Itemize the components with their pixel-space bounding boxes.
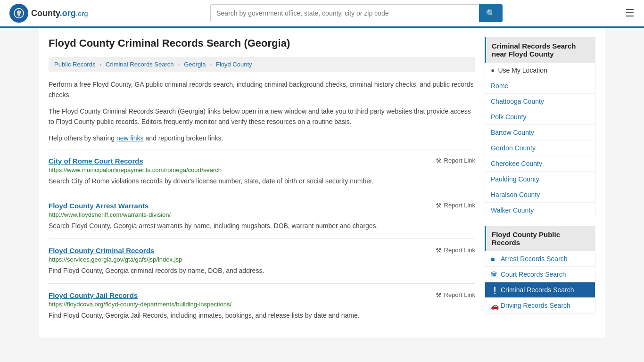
pr-item-2[interactable]: ❕ Criminal Records Search: [485, 282, 595, 298]
nearby-link-4[interactable]: Gordon County: [485, 140, 595, 156]
main-container: Floyd County Criminal Records Search (Ge…: [39, 28, 605, 337]
use-location-item[interactable]: ● Use My Location: [485, 63, 595, 78]
record-header-0: City of Rome Court Records ⚒ Report Link: [49, 157, 475, 165]
nearby-section-title: Criminal Records Search near Floyd Count…: [485, 37, 595, 63]
nearby-item-2[interactable]: Polk County: [485, 109, 595, 125]
desc-para3-prefix: Help others by sharing: [49, 134, 116, 142]
use-location-label: Use My Location: [498, 66, 547, 74]
record-item: Floyd County Jail Records ⚒ Report Link …: [49, 283, 475, 328]
header: County.org.org 🔍 ☰: [0, 0, 644, 28]
record-title-1[interactable]: Floyd County Arrest Warrants: [49, 202, 149, 210]
svg-point-2: [20, 12, 21, 13]
report-icon-1: ⚒: [436, 202, 442, 209]
pr-icon-1: 🏛: [491, 271, 497, 278]
report-link-3[interactable]: ⚒ Report Link: [436, 291, 475, 299]
pr-label-0: Arrest Records Search: [501, 255, 568, 263]
pr-item-1[interactable]: 🏛 Court Records Search: [485, 267, 595, 282]
report-link-0[interactable]: ⚒ Report Link: [436, 157, 475, 165]
description-para3: Help others by sharing new links and rep…: [49, 133, 475, 143]
breadcrumb-floyd-county[interactable]: Floyd County: [216, 61, 252, 68]
record-desc-0: Search City of Rome violations records b…: [49, 176, 475, 186]
record-title-3[interactable]: Floyd County Jail Records: [49, 291, 138, 299]
nearby-link-3[interactable]: Bartow County: [485, 125, 595, 140]
report-link-1[interactable]: ⚒ Report Link: [436, 202, 475, 209]
nearby-link-6[interactable]: Paulding County: [485, 172, 595, 187]
desc-para3-suffix: and reporting broken links.: [144, 134, 223, 142]
nearby-item-1[interactable]: Chattooga County: [485, 94, 595, 109]
nearby-link-8[interactable]: Walker County: [485, 203, 595, 218]
description-para2: The Floyd County Criminal Records Search…: [49, 106, 475, 127]
breadcrumb-sep-3: ›: [210, 61, 212, 68]
use-location-link[interactable]: ● Use My Location: [485, 63, 595, 78]
pr-item-3[interactable]: 🚗 Driving Records Search: [485, 298, 595, 313]
record-item: City of Rome Court Records ⚒ Report Link…: [49, 149, 475, 194]
breadcrumb-criminal-records-search[interactable]: Criminal Records Search: [106, 61, 174, 68]
logo-text: County.org.org: [31, 8, 88, 18]
report-label-1: Report Link: [444, 202, 475, 209]
report-icon-2: ⚒: [436, 247, 442, 254]
search-button[interactable]: 🔍: [479, 4, 503, 22]
report-link-2[interactable]: ⚒ Report Link: [436, 247, 475, 254]
new-links-link[interactable]: new links: [116, 134, 144, 142]
breadcrumb-georgia[interactable]: Georgia: [184, 61, 206, 68]
logo-area: County.org.org: [9, 4, 88, 23]
pr-link-2[interactable]: ❕ Criminal Records Search: [485, 282, 595, 297]
record-header-1: Floyd County Arrest Warrants ⚒ Report Li…: [49, 202, 475, 210]
menu-button[interactable]: ☰: [625, 7, 635, 19]
nearby-link-0[interactable]: Rome: [485, 78, 595, 93]
nearby-item-5[interactable]: Cherokee County: [485, 156, 595, 172]
pr-link-3[interactable]: 🚗 Driving Records Search: [485, 298, 595, 313]
report-icon-0: ⚒: [436, 157, 442, 165]
pr-item-0[interactable]: ■ Arrest Records Search: [485, 251, 595, 267]
record-url-1: http://www.floydsheriff.com/warrants-div…: [49, 211, 475, 218]
breadcrumb-public-records[interactable]: Public Records: [54, 61, 95, 68]
nearby-item-0[interactable]: Rome: [485, 78, 595, 94]
record-item: Floyd County Arrest Warrants ⚒ Report Li…: [49, 194, 475, 239]
record-desc-2: Find Floyd County, Georgia criminal reco…: [49, 266, 475, 276]
nearby-item-6[interactable]: Paulding County: [485, 172, 595, 187]
record-url-3: https://floydcova.org/floyd-county-depar…: [49, 301, 475, 308]
record-title-2[interactable]: Floyd County Criminal Records: [49, 247, 154, 255]
pr-icon-0: ■: [491, 255, 497, 262]
search-area: 🔍: [210, 4, 503, 22]
record-url-0: https://www.municipalonlinepayments.com/…: [49, 166, 475, 173]
breadcrumb-sep-1: ›: [99, 61, 101, 68]
nearby-link-2[interactable]: Polk County: [485, 109, 595, 124]
nearby-item-3[interactable]: Bartow County: [485, 125, 595, 140]
pr-link-1[interactable]: 🏛 Court Records Search: [485, 267, 595, 282]
public-records-section-title: Floyd County Public Records: [485, 226, 595, 251]
svg-point-1: [17, 12, 18, 13]
pr-label-3: Driving Records Search: [501, 302, 570, 309]
nearby-link-5[interactable]: Cherokee County: [485, 156, 595, 171]
record-desc-1: Search Floyd County, Georgia arrest warr…: [49, 221, 475, 231]
nearby-item-7[interactable]: Haralson County: [485, 187, 595, 203]
pr-icon-3: 🚗: [491, 302, 497, 309]
records-container: City of Rome Court Records ⚒ Report Link…: [49, 149, 475, 328]
record-header-2: Floyd County Criminal Records ⚒ Report L…: [49, 247, 475, 255]
nearby-link-7[interactable]: Haralson County: [485, 187, 595, 202]
search-input[interactable]: [210, 4, 479, 22]
pr-label-2: Criminal Records Search: [501, 286, 574, 294]
location-icon: ●: [491, 66, 495, 74]
report-label-0: Report Link: [444, 157, 475, 164]
breadcrumb: Public Records › Criminal Records Search…: [49, 57, 475, 72]
content-area: Floyd County Criminal Records Search (Ge…: [49, 37, 475, 328]
record-item: Floyd County Criminal Records ⚒ Report L…: [49, 239, 475, 283]
nearby-link-1[interactable]: Chattooga County: [485, 94, 595, 109]
sidebar: Criminal Records Search near Floyd Count…: [485, 37, 595, 328]
report-label-2: Report Link: [444, 247, 475, 254]
nearby-list: ● Use My Location RomeChattooga CountyPo…: [485, 63, 595, 218]
breadcrumb-sep-2: ›: [178, 61, 180, 68]
pr-icon-2: ❕: [491, 287, 497, 293]
nearby-item-4[interactable]: Gordon County: [485, 140, 595, 156]
description-para1: Perform a free Floyd County, GA public c…: [49, 79, 475, 100]
report-icon-3: ⚒: [436, 291, 442, 299]
logo-icon: [9, 4, 28, 23]
pr-label-1: Court Records Search: [501, 271, 566, 278]
nearby-item-8[interactable]: Walker County: [485, 203, 595, 218]
page-title: Floyd County Criminal Records Search (Ge…: [49, 37, 475, 49]
pr-link-0[interactable]: ■ Arrest Records Search: [485, 251, 595, 266]
record-title-0[interactable]: City of Rome Court Records: [49, 157, 143, 165]
report-label-3: Report Link: [444, 291, 475, 298]
public-records-list: ■ Arrest Records Search 🏛 Court Records …: [485, 251, 595, 313]
